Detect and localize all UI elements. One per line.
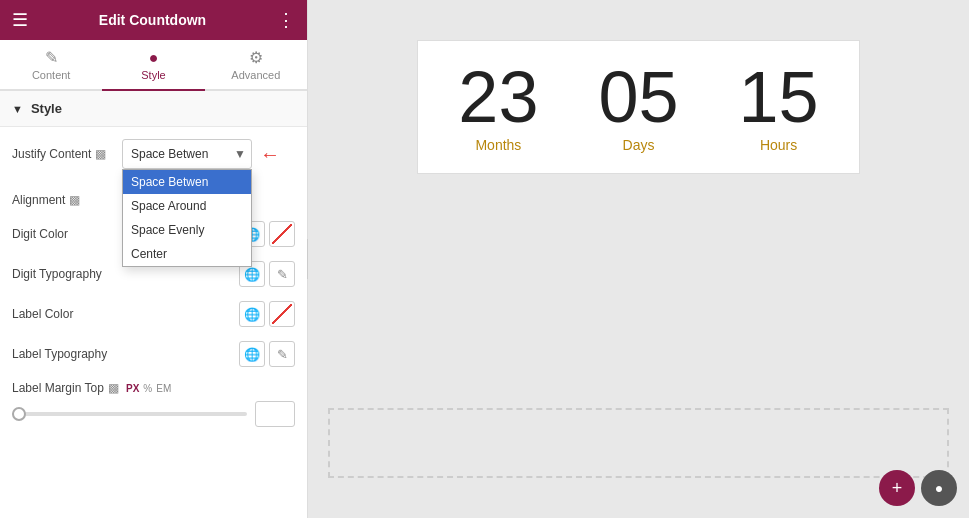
digit-typography-label: Digit Typography <box>12 267 122 281</box>
dropdown-item-space-evenly[interactable]: Space Evenly <box>123 218 251 242</box>
settings-fab-button[interactable]: ● <box>921 470 957 506</box>
countdown-unit-days: 05 Days <box>598 61 678 153</box>
advanced-tab-icon: ⚙ <box>249 48 263 67</box>
right-area: 23 Months 05 Days 15 Hours + ● <box>308 0 969 518</box>
section-collapse-arrow[interactable]: ▼ <box>12 103 23 115</box>
alignment-monitor-icon: ▩ <box>69 193 80 207</box>
label-color-controls: 🌐 <box>239 301 295 327</box>
alignment-label: Alignment ▩ <box>12 193 122 207</box>
justify-content-select[interactable]: Space Betwen Space Around Space Evenly C… <box>122 139 252 169</box>
countdown-number-months: 23 <box>458 61 538 133</box>
countdown-unit-hours: 15 Hours <box>739 61 819 153</box>
panel-header: ☰ Edit Countdown ⋮ <box>0 0 307 40</box>
countdown-number-days: 05 <box>598 61 678 133</box>
justify-content-label: Justify Content ▩ <box>12 147 122 161</box>
tab-content-label: Content <box>32 69 71 81</box>
label-typography-label: Label Typography <box>12 347 122 361</box>
hamburger-icon[interactable]: ☰ <box>12 9 28 31</box>
label-margin-slider-row <box>12 401 295 427</box>
countdown-label-hours: Hours <box>760 137 797 153</box>
style-tab-icon: ● <box>149 49 159 67</box>
unit-percent[interactable]: % <box>143 383 152 394</box>
countdown-label-days: Days <box>623 137 655 153</box>
digit-color-label: Digit Color <box>12 227 122 241</box>
dropdown-item-space-around[interactable]: Space Around <box>123 194 251 218</box>
tab-style-label: Style <box>141 69 165 81</box>
style-section-header: ▼ Style <box>0 91 307 127</box>
grid-icon[interactable]: ⋮ <box>277 9 295 31</box>
label-color-globe-button[interactable]: 🌐 <box>239 301 265 327</box>
tab-content[interactable]: ✎ Content <box>0 40 102 91</box>
empty-dashed-box <box>328 408 949 478</box>
label-color-slash-icon <box>272 304 292 324</box>
dropdown-item-center[interactable]: Center <box>123 242 251 266</box>
label-color-label: Label Color <box>12 307 122 321</box>
unit-em[interactable]: EM <box>156 383 171 394</box>
fab-area: + ● <box>879 470 957 506</box>
panel-title: Edit Countdown <box>99 12 206 28</box>
label-margin-top-row: Label Margin Top ▩ PX % EM <box>12 381 295 395</box>
justify-content-row: Justify Content ▩ Space Betwen Space Aro… <box>12 139 295 169</box>
label-margin-monitor-icon: ▩ <box>108 381 119 395</box>
unit-px[interactable]: PX <box>126 383 139 394</box>
label-margin-input[interactable] <box>255 401 295 427</box>
tab-advanced[interactable]: ⚙ Advanced <box>205 40 307 91</box>
label-margin-slider[interactable] <box>12 412 247 416</box>
label-margin-top-label: Label Margin Top ▩ <box>12 381 122 395</box>
content-tab-icon: ✎ <box>45 48 58 67</box>
justify-content-select-wrapper: Space Betwen Space Around Space Evenly C… <box>122 139 252 169</box>
digit-typography-edit-button[interactable]: ✎ <box>269 261 295 287</box>
countdown-label-months: Months <box>475 137 521 153</box>
label-typography-row: Label Typography 🌐 ✎ <box>12 341 295 367</box>
digit-color-slash-icon <box>272 224 292 244</box>
tabs-bar: ✎ Content ● Style ⚙ Advanced <box>0 40 307 91</box>
countdown-number-hours: 15 <box>739 61 819 133</box>
countdown-unit-months: 23 Months <box>458 61 538 153</box>
red-arrow-indicator: ← <box>260 143 280 166</box>
tab-advanced-label: Advanced <box>231 69 280 81</box>
label-typography-edit-button[interactable]: ✎ <box>269 341 295 367</box>
label-color-row: Label Color 🌐 <box>12 301 295 327</box>
digit-color-picker-button[interactable] <box>269 221 295 247</box>
section-label: Style <box>31 101 62 116</box>
left-panel: ☰ Edit Countdown ⋮ ✎ Content ● Style ⚙ A… <box>0 0 308 518</box>
countdown-widget: 23 Months 05 Days 15 Hours <box>417 40 859 174</box>
unit-tabs: PX % EM <box>126 383 171 394</box>
dropdown-item-space-betwen[interactable]: Space Betwen <box>123 170 251 194</box>
add-fab-button[interactable]: + <box>879 470 915 506</box>
tab-style[interactable]: ● Style <box>102 40 204 91</box>
panel-content: Justify Content ▩ Space Betwen Space Aro… <box>0 127 307 518</box>
label-margin-top-section: Label Margin Top ▩ PX % EM <box>12 381 295 427</box>
label-color-picker-button[interactable] <box>269 301 295 327</box>
label-typography-globe-button[interactable]: 🌐 <box>239 341 265 367</box>
justify-content-dropdown: Space Betwen Space Around Space Evenly C… <box>122 169 252 267</box>
justify-content-monitor-icon: ▩ <box>95 147 106 161</box>
label-typography-controls: 🌐 ✎ <box>239 341 295 367</box>
